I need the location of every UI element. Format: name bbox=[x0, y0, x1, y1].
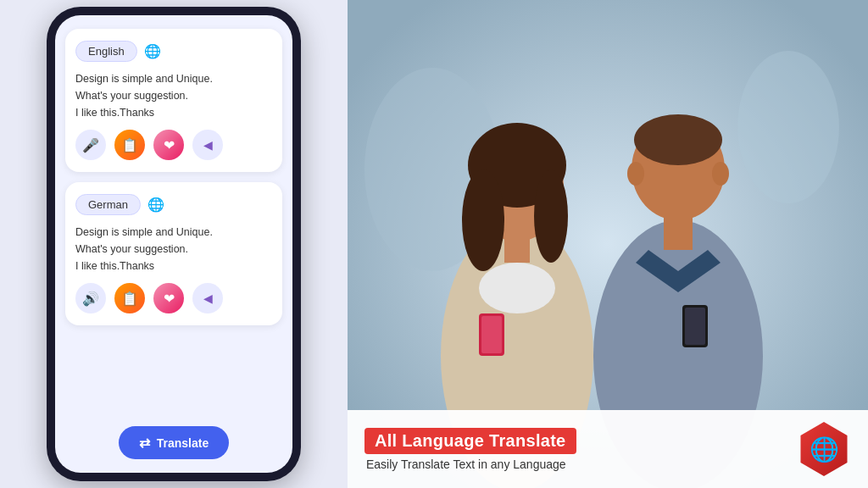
english-language-label[interactable]: English bbox=[75, 41, 137, 62]
english-action-buttons: 🎤 📋 ❤ ◀ bbox=[75, 130, 272, 160]
phone-frame: English 🌐 Design is simple and Unique. W… bbox=[47, 7, 301, 481]
globe-hexagon-icon: 🌐 bbox=[797, 422, 851, 476]
mic-button-english[interactable]: 🎤 bbox=[75, 130, 106, 160]
globe-icon-german: 🌐 bbox=[147, 197, 164, 213]
photo-panel: All Language Translate Easily Translate … bbox=[348, 0, 868, 488]
copy-button-english[interactable]: 📋 bbox=[114, 130, 145, 160]
svg-point-16 bbox=[712, 162, 729, 186]
svg-point-7 bbox=[534, 169, 568, 263]
english-card-header: English 🌐 bbox=[75, 41, 272, 62]
german-language-label[interactable]: German bbox=[75, 194, 141, 215]
heart-button-german[interactable]: ❤ bbox=[153, 283, 184, 313]
phone-panel: English 🌐 Design is simple and Unique. W… bbox=[0, 0, 348, 488]
phone-screen: English 🌐 Design is simple and Unique. W… bbox=[55, 15, 292, 473]
german-card: German 🌐 Design is simple and Unique. Wh… bbox=[65, 182, 282, 325]
translate-icon: ⇄ bbox=[139, 435, 150, 451]
svg-point-6 bbox=[462, 169, 504, 271]
svg-point-15 bbox=[627, 162, 644, 186]
copy-button-german[interactable]: 📋 bbox=[114, 283, 145, 313]
screen-inner: English 🌐 Design is simple and Unique. W… bbox=[65, 29, 282, 459]
heart-button-english[interactable]: ❤ bbox=[153, 130, 184, 160]
english-card: English 🌐 Design is simple and Unique. W… bbox=[65, 29, 282, 172]
svg-point-2 bbox=[737, 51, 839, 203]
svg-rect-17 bbox=[664, 216, 693, 250]
german-card-text: Design is simple and Unique. What's your… bbox=[75, 224, 272, 274]
svg-point-9 bbox=[479, 263, 555, 313]
svg-point-14 bbox=[634, 114, 722, 165]
globe-icon-english: 🌐 bbox=[144, 43, 161, 59]
banner-text-content: All Language Translate Easily Translate … bbox=[364, 428, 576, 471]
svg-rect-19 bbox=[685, 308, 705, 345]
share-button-english[interactable]: ◀ bbox=[192, 130, 223, 160]
german-card-header: German 🌐 bbox=[75, 194, 272, 215]
svg-rect-11 bbox=[481, 316, 502, 353]
german-action-buttons: 🔊 📋 ❤ ◀ bbox=[75, 283, 272, 313]
share-button-german[interactable]: ◀ bbox=[192, 283, 223, 313]
english-card-text: Design is simple and Unique. What's your… bbox=[75, 70, 272, 121]
svg-rect-8 bbox=[504, 233, 530, 263]
banner-subtitle: Easily Translate Text in any Language bbox=[364, 458, 576, 471]
banner-title: All Language Translate bbox=[364, 428, 576, 454]
translate-button[interactable]: ⇄ Translate bbox=[119, 426, 229, 459]
speaker-button-german[interactable]: 🔊 bbox=[75, 283, 106, 313]
bottom-banner: All Language Translate Easily Translate … bbox=[348, 410, 868, 488]
